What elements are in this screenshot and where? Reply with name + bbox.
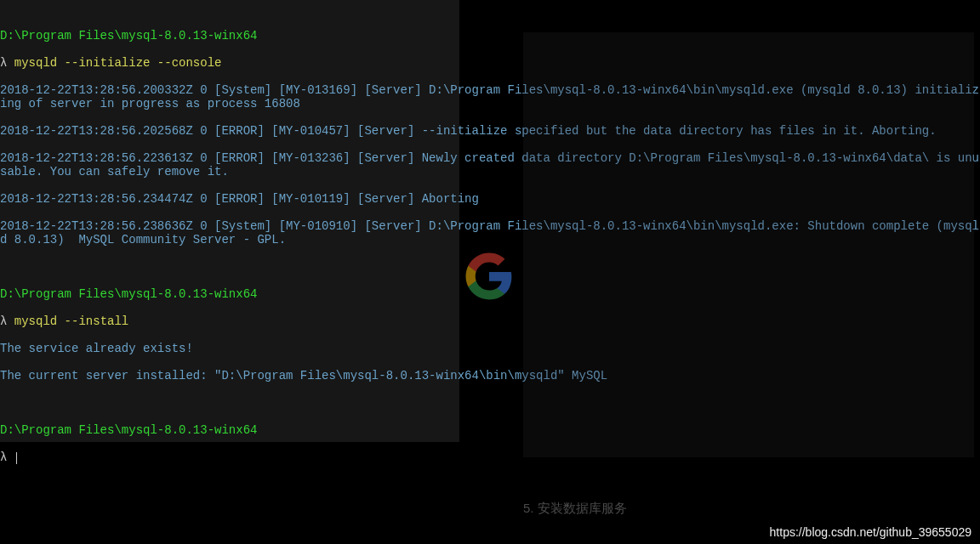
footer-heading: 5. 安装数据库服务 — [523, 502, 627, 515]
prompt-lambda: λ — [0, 450, 7, 464]
prompt-lambda: λ — [0, 314, 7, 328]
prompt-path: D:\Program Files\mysql-8.0.13-winx64 — [0, 29, 257, 42]
command-text: mysqld --install — [14, 314, 128, 328]
right-panel — [523, 32, 974, 457]
cursor[interactable] — [16, 452, 17, 464]
prompt-path: D:\Program Files\mysql-8.0.13-winx64 — [0, 423, 257, 437]
prompt-lambda: λ — [0, 56, 7, 70]
prompt-path: D:\Program Files\mysql-8.0.13-winx64 — [0, 287, 257, 301]
command-text: mysqld --initialize --console — [14, 56, 222, 70]
google-logo-icon — [464, 251, 515, 302]
watermark-text: https://blog.csdn.net/github_39655029 — [770, 525, 971, 539]
